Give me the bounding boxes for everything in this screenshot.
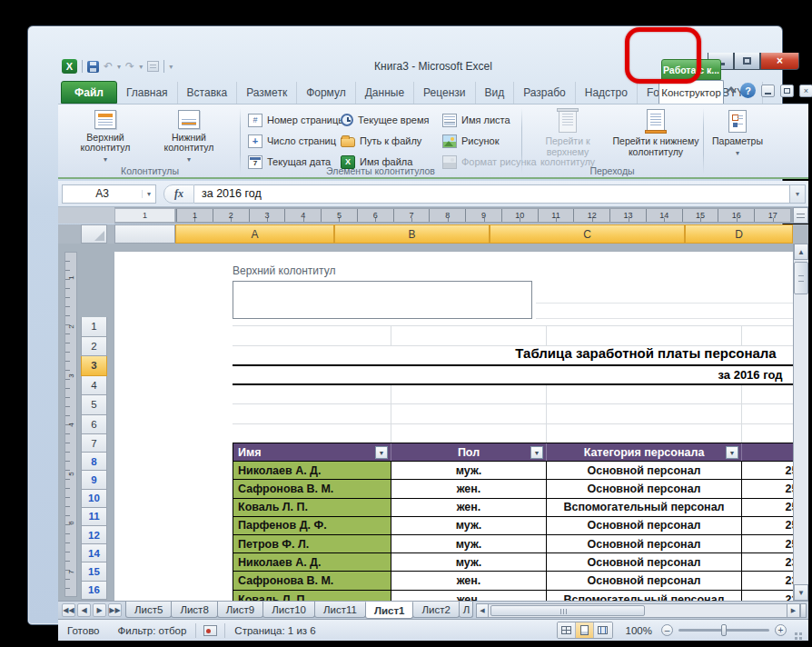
cell-category[interactable]: Основной персонал	[547, 480, 742, 497]
cell-name[interactable]: Петров Ф. Л.	[233, 535, 391, 552]
ribbon-tab[interactable]: Разметк	[237, 82, 297, 104]
collapse-ribbon-icon[interactable]	[726, 86, 736, 96]
tab-split-handle[interactable]	[800, 603, 807, 618]
table-subtitle-cell[interactable]: за 2016 год	[233, 364, 808, 385]
ribbon-tab[interactable]: Рецензи	[414, 82, 475, 104]
ribbon-tab[interactable]: Разрабо	[514, 82, 576, 104]
cell-gender[interactable]: жен.	[391, 572, 547, 589]
row-header[interactable]: 16	[81, 582, 107, 600]
filter-dropdown-icon[interactable]: ▼	[726, 446, 738, 459]
horizontal-scroll-thumb[interactable]	[490, 605, 645, 616]
zoom-slider-thumb[interactable]	[721, 624, 727, 636]
element-button[interactable]: Текущее время	[339, 110, 441, 130]
column-header[interactable]: A	[175, 224, 334, 244]
row-header[interactable]: 10	[81, 490, 107, 508]
sheet-tab[interactable]: Лист1	[365, 602, 414, 619]
cell-gender[interactable]: муж.	[391, 553, 547, 571]
element-button[interactable]: Номер страницы	[246, 110, 339, 130]
row-header[interactable]: 14	[81, 544, 107, 562]
filter-dropdown-icon[interactable]: ▼	[530, 446, 543, 459]
row-header[interactable]: 12	[81, 526, 107, 544]
workbook-minimize-button[interactable]	[761, 85, 775, 97]
go-to-footer-button[interactable]: Перейти к нижнему колонтитулу	[612, 108, 699, 168]
page-break-view-button[interactable]	[594, 622, 612, 638]
scroll-left-icon[interactable]: ◀	[476, 603, 489, 618]
vertical-scroll-thumb[interactable]	[794, 262, 808, 294]
table-header-cell[interactable]: Категория персонала ▼	[547, 443, 742, 461]
cell-gender[interactable]: жен.	[391, 480, 547, 497]
workbook-restore-button[interactable]	[780, 85, 794, 97]
prev-sheet-icon[interactable]: ◀	[77, 603, 91, 617]
select-all-corner[interactable]	[81, 224, 107, 244]
table-header-cell[interactable]: Имя ▼	[233, 443, 391, 461]
ribbon-tab[interactable]: Файл	[61, 81, 117, 104]
options-button[interactable]: Параметры ▾	[704, 108, 771, 164]
row-header[interactable]: 9	[81, 471, 107, 489]
horizontal-scroll-track[interactable]	[489, 603, 787, 618]
column-header[interactable]: B	[334, 224, 490, 244]
cell-name[interactable]: Сафронова В. М.	[233, 572, 391, 589]
element-button[interactable]: Число страниц	[246, 131, 339, 151]
table-header-cell[interactable]: Пол ▼	[391, 443, 547, 461]
header-button[interactable]: Верхний колонтитул ▾	[70, 108, 141, 164]
cell-category[interactable]: Основной персонал	[547, 553, 742, 571]
row-header[interactable]: 3	[81, 356, 107, 376]
row-header[interactable]: 5	[81, 395, 107, 415]
zoom-slider[interactable]	[678, 629, 769, 632]
cell-name[interactable]: Парфенов Д. Ф.	[233, 517, 391, 534]
insert-function-button[interactable]: fx	[163, 184, 194, 204]
cell-gender[interactable]: жен.	[391, 591, 547, 602]
header-right-section[interactable]	[536, 303, 808, 319]
zoom-level[interactable]: 100%	[626, 625, 652, 636]
first-sheet-icon[interactable]: ◀◀	[62, 603, 75, 617]
last-sheet-icon[interactable]: ▶▶	[108, 603, 122, 617]
resize-grip[interactable]	[792, 625, 803, 636]
row-header[interactable]: 15	[81, 562, 107, 581]
sheet-tab[interactable]: Лист9	[217, 602, 263, 618]
sheet-tab[interactable]: Л	[459, 602, 473, 618]
row-header[interactable]: 2	[81, 337, 107, 357]
ribbon-tab[interactable]: Надстро	[576, 82, 638, 104]
workbook-close-button[interactable]: ×	[799, 85, 812, 97]
sheet-tab[interactable]: Лист2	[412, 602, 459, 618]
cell-category[interactable]: Основной персонал	[547, 535, 742, 552]
cell-category[interactable]: Основной персонал	[547, 462, 742, 479]
column-header[interactable]: D	[685, 224, 793, 244]
cell-category[interactable]: Основной персонал	[547, 517, 742, 534]
cell-gender[interactable]: муж.	[391, 517, 547, 534]
close-button[interactable]: ×	[760, 53, 799, 70]
ribbon-tab[interactable]: Формул	[297, 82, 356, 104]
sheet-tab[interactable]: Лист5	[125, 602, 172, 618]
sheet-tab[interactable]: Лист10	[262, 602, 315, 618]
cell-gender[interactable]: муж.	[391, 535, 547, 552]
ribbon-tab[interactable]: Вставка	[178, 82, 238, 104]
go-to-header-button[interactable]: Перейти к верхнему колонтитулу	[524, 108, 611, 168]
macro-record-icon[interactable]	[203, 625, 217, 636]
cell-name[interactable]: Николаев А. Д.	[233, 462, 391, 479]
next-sheet-icon[interactable]: ▶	[93, 603, 106, 617]
row-header[interactable]: 1	[81, 317, 107, 337]
maximize-button[interactable]	[734, 53, 760, 70]
footer-button[interactable]: Нижний колонтитул ▾	[153, 108, 224, 164]
ribbon-tab[interactable]: Данные	[356, 82, 414, 104]
scroll-right-icon[interactable]: ▶	[787, 603, 800, 618]
row-header[interactable]: 6	[81, 415, 107, 435]
cell-name[interactable]: Николаев А. Д.	[233, 553, 391, 571]
name-box-dropdown-icon[interactable]: ▾	[142, 190, 155, 198]
normal-view-button[interactable]	[558, 622, 576, 638]
zoom-in-icon[interactable]: +	[775, 624, 787, 636]
cell-category[interactable]: Основной персонал	[547, 572, 742, 589]
element-button[interactable]: Путь к файлу	[339, 131, 441, 151]
cell-gender[interactable]: муж.	[391, 462, 547, 479]
row-header[interactable]: 4	[81, 376, 107, 396]
row-header[interactable]: 8	[81, 453, 107, 471]
cell-category[interactable]: Вспомогательный персонал	[547, 499, 742, 516]
page-layout-view-button[interactable]	[576, 622, 594, 638]
cell-name[interactable]: Коваль Л. П.	[233, 499, 391, 516]
formula-input[interactable]: за 2016 год	[194, 184, 790, 204]
column-header[interactable]: C	[490, 224, 685, 244]
scroll-up-icon[interactable]: ▲	[794, 244, 808, 260]
cell-category[interactable]: Вспомогательный персонал	[547, 591, 742, 602]
sheet-tab[interactable]: Лист11	[314, 602, 366, 618]
row-header[interactable]: 11	[81, 508, 107, 526]
